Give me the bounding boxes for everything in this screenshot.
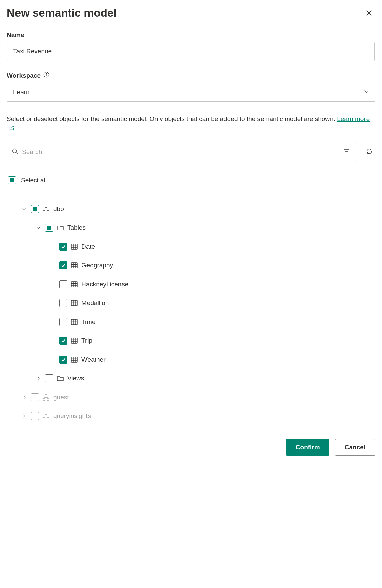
tree-node-dbo[interactable]: dbo [7,199,375,218]
description-text: Select or deselect objects for the seman… [7,114,375,134]
schema-icon [42,412,50,420]
tree-label: Views [67,375,84,382]
refresh-button[interactable] [363,145,375,158]
table-icon [71,356,78,363]
search-input[interactable] [21,148,339,156]
svg-rect-7 [71,263,77,268]
checkbox-table[interactable] [59,280,67,288]
checkbox-tables[interactable] [45,224,53,232]
checkbox-views[interactable] [45,374,53,382]
chevron-down-icon [363,88,369,96]
name-input[interactable] [7,42,375,61]
svg-rect-16 [45,413,47,415]
chevron-down-icon[interactable] [21,207,28,211]
cancel-button[interactable]: Cancel [335,439,375,456]
workspace-label: Workspace [7,72,41,79]
chevron-down-icon[interactable] [35,225,42,230]
name-label: Name [7,31,375,39]
tree-node-tables[interactable]: Tables [7,218,375,237]
filter-icon [343,148,350,156]
checkbox-table[interactable] [59,261,67,269]
svg-rect-6 [71,244,77,249]
page-title: New semantic model [7,7,116,20]
tree-label: Geography [81,262,113,269]
svg-rect-11 [71,338,77,343]
checkbox-table[interactable] [59,299,67,307]
tree-label: guest [53,394,69,401]
svg-rect-14 [43,399,45,400]
schema-icon [42,394,50,401]
tree-label: Tables [67,224,86,231]
table-icon [71,318,78,326]
close-icon [365,13,373,18]
tree-label: Medallion [81,299,109,307]
tree-node-queryinsights[interactable]: queryinsights [7,407,375,426]
tree-node-table[interactable]: Geography [7,256,375,275]
folder-icon [57,224,64,231]
svg-rect-8 [71,282,77,287]
workspace-select[interactable]: Learn [7,83,375,102]
checkbox-table[interactable] [59,356,67,364]
checkbox-dbo[interactable] [31,205,39,213]
svg-rect-10 [71,319,77,325]
filter-button[interactable] [341,146,352,158]
search-icon [12,148,19,156]
svg-rect-18 [47,417,49,419]
table-icon [71,281,78,288]
schema-icon [42,205,50,213]
svg-point-1 [46,73,46,74]
chevron-right-icon[interactable] [21,414,28,418]
tree-label: Trip [81,337,92,344]
svg-rect-17 [43,417,45,419]
external-link-icon [9,124,15,134]
select-all-checkbox[interactable] [8,176,16,184]
tree-node-table[interactable]: Medallion [7,294,375,313]
tree-node-table[interactable]: Date [7,237,375,256]
svg-rect-12 [71,357,77,362]
checkbox-guest[interactable] [31,393,39,401]
tree-label: Time [81,318,96,326]
svg-point-2 [13,149,17,153]
checkbox-table[interactable] [59,337,67,345]
tree-label: queryinsights [53,412,91,420]
checkbox-table[interactable] [59,243,67,251]
refresh-icon [365,147,373,156]
tree-node-table[interactable]: Weather [7,350,375,369]
svg-rect-3 [45,206,47,208]
checkbox-table[interactable] [59,318,67,326]
table-icon [71,299,78,307]
tree-node-guest[interactable]: guest [7,388,375,407]
chevron-right-icon[interactable] [35,376,42,381]
tree-label: Date [81,243,95,250]
svg-rect-15 [47,399,49,400]
table-icon [71,262,78,269]
svg-rect-13 [45,394,47,396]
tree-node-table[interactable]: HackneyLicense [7,275,375,294]
select-all-label: Select all [21,177,47,184]
svg-rect-4 [43,210,45,212]
chevron-right-icon[interactable] [21,395,28,400]
svg-rect-5 [47,210,49,212]
table-icon [71,243,78,250]
tree-label: dbo [53,205,64,213]
search-field[interactable] [7,143,357,161]
info-icon[interactable] [43,72,49,79]
table-icon [71,337,78,344]
workspace-value: Learn [13,88,30,96]
checkbox-queryinsights[interactable] [31,412,39,420]
tree-node-views[interactable]: Views [7,369,375,388]
object-tree: dbo Tables Date Geography HackneyLicense… [7,199,375,426]
tree-label: Weather [81,356,105,363]
tree-node-table[interactable]: Trip [7,331,375,350]
tree-node-table[interactable]: Time [7,313,375,331]
folder-icon [57,375,64,382]
svg-rect-9 [71,300,77,306]
tree-label: HackneyLicense [81,281,128,288]
confirm-button[interactable]: Confirm [286,439,329,456]
close-button[interactable] [362,7,375,21]
learn-more-link[interactable]: Learn more [337,115,370,122]
